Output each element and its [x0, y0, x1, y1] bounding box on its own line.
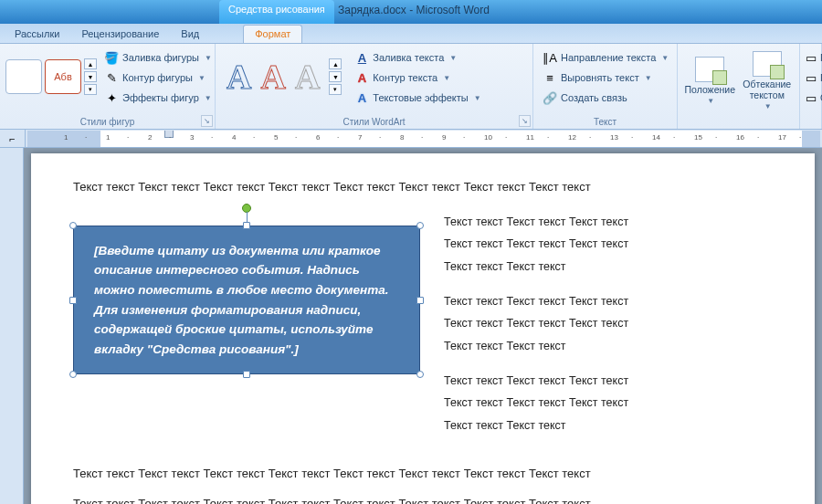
chevron-down-icon: ▼: [449, 54, 457, 62]
align-text-icon: ≡: [543, 70, 557, 85]
text-direction-icon: ∥A: [543, 50, 557, 65]
group-label-text: Текст: [539, 117, 671, 129]
text-effects-button[interactable]: A Текстовые эффекты ▼: [351, 89, 488, 107]
position-label: Положение: [685, 85, 736, 96]
wrap-text-icon: [753, 51, 782, 77]
tab-format[interactable]: Формат: [243, 25, 302, 43]
dialog-launcher-wordart[interactable]: [519, 115, 531, 127]
group-cutoff: ▭П ▭П ▭О: [800, 44, 822, 129]
body-paragraph: Текст текст Текст текст Текст текст Текс…: [73, 464, 773, 485]
gallery-scroll-up[interactable]: ▲: [329, 58, 342, 69]
rotation-handle[interactable]: [242, 204, 251, 213]
resize-handle-br[interactable]: [416, 371, 424, 378]
body-paragraph: Текст текст Текст текст: [444, 335, 773, 357]
wordart-gallery[interactable]: A A A ▲ ▼ ▾: [221, 48, 347, 105]
wordart-style-item[interactable]: A: [260, 59, 285, 94]
create-link-label: Создать связь: [561, 92, 627, 103]
letter-a-fill-icon: A: [354, 50, 369, 65]
wrap-text-label: Обтекание текстом: [742, 79, 794, 100]
contextual-tab-drawing-tools: Средства рисования: [219, 0, 334, 24]
shape-fill-button[interactable]: 🪣 Заливка фигуры ▼: [100, 48, 219, 67]
vertical-ruler[interactable]: [0, 148, 24, 504]
chevron-down-icon: ▼: [474, 94, 481, 102]
partial-button-a[interactable]: ▭П: [802, 48, 819, 67]
horizontal-ruler[interactable]: 1·1·2·3·4·5·6·7·8·9·10·11·12·13·14·15·16…: [27, 131, 820, 147]
group-wordart-styles: A A A ▲ ▼ ▾ A Заливка текста ▼ A Контур …: [216, 44, 533, 129]
partial-button-b[interactable]: ▭П: [802, 68, 819, 87]
create-link-button[interactable]: 🔗 Создать связь: [539, 89, 676, 107]
wordart-style-item[interactable]: A: [295, 59, 320, 94]
gallery-scroll-down[interactable]: ▼: [84, 71, 97, 82]
chevron-down-icon: ▼: [443, 74, 450, 82]
pen-icon: ✎: [104, 70, 119, 85]
shape-fill-label: Заливка фигуры: [122, 52, 199, 63]
position-button[interactable]: Положение ▼: [683, 48, 737, 114]
send-backward-icon: ▭: [806, 70, 817, 85]
text-fill-button[interactable]: A Заливка текста ▼: [351, 48, 488, 67]
page[interactable]: Текст текст Текст текст Текст текст Текс…: [31, 153, 815, 504]
shape-effects-button[interactable]: ✦ Эффекты фигур ▼: [100, 89, 219, 107]
body-paragraph: Текст текст Текст текст Текст текст: [444, 370, 773, 392]
body-paragraph: Текст текст Текст текст Текст текст Текс…: [73, 177, 773, 198]
partial-button-c[interactable]: ▭О: [802, 89, 819, 107]
tab-mailings[interactable]: Рассылки: [4, 26, 70, 43]
text-box-content[interactable]: [Введите цитату из документа или краткое…: [73, 226, 420, 375]
body-paragraph: Текст текст Текст текст Текст текст Текс…: [73, 494, 773, 504]
gallery-more[interactable]: ▾: [84, 84, 97, 95]
tab-review[interactable]: Рецензирование: [70, 26, 170, 43]
body-paragraph: Текст текст Текст текст: [444, 256, 773, 278]
wordart-style-item[interactable]: A: [227, 59, 251, 94]
resize-handle-tr[interactable]: [416, 222, 424, 229]
wrapped-text-column: Текст текст Текст текст Текст текст Текс…: [444, 211, 773, 449]
align-text-label: Выровнять текст: [561, 72, 639, 83]
shape-style-item[interactable]: [5, 59, 42, 94]
chevron-down-icon: ▼: [661, 54, 669, 62]
resize-handle-b[interactable]: [243, 371, 250, 378]
chevron-down-icon: ▼: [645, 74, 652, 82]
text-outline-label: Контур текста: [373, 72, 437, 83]
shape-outline-label: Контур фигуры: [122, 72, 193, 83]
bring-forward-icon: ▭: [806, 50, 817, 65]
group-label-shape-styles: Стили фигур: [5, 117, 209, 129]
group-text: ∥A Направление текста ▼ ≡ Выровнять текс…: [533, 44, 678, 129]
paint-bucket-icon: 🪣: [104, 50, 119, 65]
group-label-wordart: Стили WordArt: [221, 117, 527, 129]
effects-icon: ✦: [104, 90, 119, 105]
shape-outline-button[interactable]: ✎ Контур фигуры ▼: [100, 68, 219, 87]
body-paragraph: Текст текст Текст текст Текст текст: [444, 312, 773, 334]
wrap-text-button[interactable]: Обтекание текстом ▼: [741, 48, 795, 114]
document-area: Текст текст Текст текст Текст текст Текс…: [0, 148, 822, 504]
gallery-scroll-up[interactable]: ▲: [84, 58, 97, 69]
horizontal-ruler-area: ⌐ 1·1·2·3·4·5·6·7·8·9·10·11·12·13·14·15·…: [0, 130, 822, 148]
body-paragraph: Текст текст Текст текст Текст текст: [444, 233, 773, 255]
text-fill-label: Заливка текста: [373, 52, 444, 63]
gallery-scroll-down[interactable]: ▼: [329, 71, 342, 82]
resize-handle-tl[interactable]: [69, 222, 77, 229]
ribbon-tabstrip: Рассылки Рецензирование Вид Формат: [0, 24, 822, 44]
gallery-more[interactable]: ▾: [329, 84, 342, 95]
resize-handle-l[interactable]: [69, 297, 77, 304]
window-title: Зарядка.docx - Microsoft Word: [338, 4, 490, 16]
text-outline-button[interactable]: A Контур текста ▼: [351, 68, 488, 87]
tab-selector[interactable]: ⌐: [0, 130, 26, 148]
resize-handle-r[interactable]: [416, 297, 424, 304]
letter-a-outline-icon: A: [354, 70, 369, 85]
body-paragraph: Текст текст Текст текст Текст текст: [444, 211, 773, 233]
selected-text-box[interactable]: [Введите цитату из документа или краткое…: [73, 226, 420, 375]
group-shape-styles: Абв ▲ ▼ ▾ 🪣 Заливка фигуры ▼ ✎ Контур фи…: [0, 44, 216, 129]
resize-handle-bl[interactable]: [69, 371, 77, 378]
chevron-down-icon: ▼: [764, 103, 772, 111]
chevron-down-icon: ▼: [205, 54, 212, 62]
align-text-button[interactable]: ≡ Выровнять текст ▼: [539, 68, 676, 87]
tab-view[interactable]: Вид: [170, 26, 210, 43]
text-direction-button[interactable]: ∥A Направление текста ▼: [539, 48, 676, 67]
text-effects-label: Текстовые эффекты: [373, 92, 468, 103]
dialog-launcher-shape-styles[interactable]: [201, 115, 213, 127]
shape-style-item[interactable]: Абв: [45, 59, 81, 94]
resize-handle-t[interactable]: [243, 222, 250, 229]
shape-style-gallery[interactable]: Абв ▲ ▼ ▾: [5, 48, 97, 105]
group-arrange: Положение ▼ Обтекание текстом ▼: [678, 44, 800, 129]
body-paragraph: Текст текст Текст текст Текст текст: [444, 392, 773, 414]
link-icon: 🔗: [543, 90, 557, 105]
body-paragraph: Текст текст Текст текст Текст текст: [444, 290, 773, 312]
